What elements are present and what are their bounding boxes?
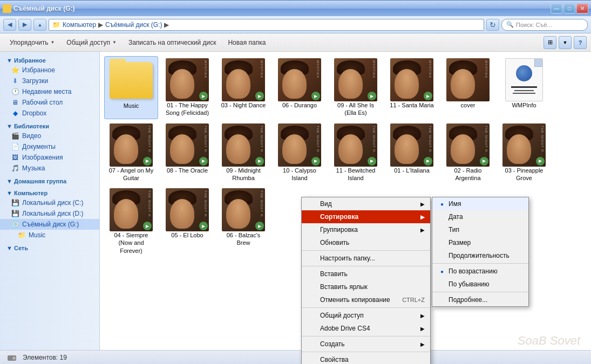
titlebar-title: Съёмный диск (G:) (13, 5, 75, 12)
track08-thumb: The Night R... ▶ (219, 123, 268, 167)
sidebar-header-libraries[interactable]: ▼ Библиотеки (0, 121, 99, 131)
share-button[interactable]: Общий доступ ▼ (61, 36, 122, 50)
sidebar-item-favorites[interactable]: ⭐ Избранное (0, 65, 99, 75)
track13-art: The Night R... ▶ (502, 123, 546, 167)
maximize-button[interactable]: □ (563, 4, 575, 13)
address-arrow-1: ▶ (98, 21, 103, 29)
file-item-track09[interactable]: The Night R... ▶ 10 - Calypso Island (273, 121, 327, 184)
play-overlay13: ▶ (536, 157, 545, 166)
file-item-track03[interactable]: MYSTIKA ▶ 06 - Durango (273, 56, 327, 119)
share-arrow: ▼ (112, 40, 117, 45)
file-item-track15[interactable]: The Night R... ▶ 05 - El Lobo (160, 186, 214, 257)
html-line1 (511, 86, 537, 88)
docs-icon: 📄 (11, 142, 19, 151)
back-button[interactable]: ◀ (3, 19, 16, 31)
file-item-track05[interactable]: MYSTIKA ▶ 11 - Santa Maria (385, 56, 439, 119)
sidebar-header-network[interactable]: ▼ Сеть (0, 243, 99, 252)
svg-point-2 (13, 358, 15, 359)
file-item-track10[interactable]: The Night R... ▶ 11 - Bewitched Island (329, 121, 383, 184)
play-overlay7: ▶ (199, 157, 208, 166)
file-item-track16[interactable]: The Night R... ▶ 06 - Balzac's Brew (216, 186, 270, 257)
sidebar-item-recent[interactable]: 🕐 Недавние места (0, 86, 99, 97)
file-label-track07: 08 - The Oracle (167, 167, 208, 174)
track11-art: The Night R... ▶ (390, 123, 433, 167)
organize-button[interactable]: Упорядочить ▼ (4, 36, 60, 50)
address-drive[interactable]: Съёмный диск (G:) (105, 21, 162, 29)
sidebar-item-drive-g[interactable]: 💿 Съёмный диск (G:) (0, 219, 99, 230)
file-label-track04: 09 - All She Is (Ella Es) (331, 101, 380, 117)
play-overlay11: ▶ (424, 157, 432, 166)
forward-button[interactable]: ▶ (18, 19, 31, 31)
sidebar-section-favorites: ▼ Избранное ⭐ Избранное ⬇ Загрузки 🕐 Нед… (0, 55, 99, 119)
file-item-track02[interactable]: MYSTIKA ▶ 03 - Night Dance (216, 56, 270, 119)
view-arrow[interactable]: ▼ (559, 36, 572, 49)
sidebar-item-downloads[interactable]: ⬇ Загрузки (0, 75, 99, 86)
music-icon: 🎵 (11, 164, 19, 173)
file-grid: Music MYSTIKA ▶ 01 - The Happy Song (Fel… (103, 55, 588, 258)
address-arrow-2: ▶ (164, 21, 169, 29)
file-item-track08[interactable]: The Night R... ▶ 09 - Midnight Rhumba (216, 121, 270, 184)
content-area[interactable]: Music MYSTIKA ▶ 01 - The Happy Song (Fel… (100, 52, 591, 350)
file-item-wmpinfo[interactable]: WMPInfo (497, 56, 551, 119)
sidebar-header-favorites[interactable]: ▼ Избранное (0, 55, 99, 65)
file-item-track06[interactable]: The Night R... ▶ 07 - Angel on My Guitar (104, 121, 158, 184)
drive-d-icon: 💾 (11, 209, 19, 218)
sidebar-item-drive-c[interactable]: 💾 Локальный диск (C:) (0, 197, 99, 208)
address-bar: ◀ ▶ ▲ 📁 Компьютер ▶ Съёмный диск (G:) ▶ … (0, 16, 591, 33)
view-button[interactable]: ⊞ (544, 36, 556, 49)
folder-thumbnail (107, 59, 155, 102)
drive-g-icon: 💿 (11, 220, 19, 229)
titlebar: Съёмный диск (G:) — □ ✕ (0, 0, 591, 16)
search-placeholder: Поиск: Съё... (516, 22, 552, 28)
file-label-track06: 07 - Angel on My Guitar (107, 167, 155, 182)
play-overlay2: ▶ (255, 92, 264, 100)
file-item-cover[interactable]: MYSTIKA cover (441, 56, 495, 119)
new-folder-button[interactable]: Новая папка (222, 36, 271, 50)
file-item-track04[interactable]: MYSTIKA ▶ 09 - All She Is (Ella Es) (329, 56, 383, 119)
sidebar-item-docs[interactable]: 📄 Документы (0, 141, 99, 152)
track13-thumb: The Night R... ▶ (500, 123, 548, 167)
sidebar-header-homegroup[interactable]: ▼ Домашняя группа (0, 176, 99, 186)
file-label-track16: 06 - Balzac's Brew (219, 231, 268, 247)
track05-thumb: MYSTIKA ▶ (388, 58, 436, 101)
search-box[interactable]: 🔍 Поиск: Съё... (501, 19, 588, 31)
play-overlay10: ▶ (368, 157, 376, 166)
track04-thumb: MYSTIKA ▶ (331, 58, 380, 101)
sidebar-item-video[interactable]: 🎬 Видео (0, 131, 99, 141)
file-item-track01[interactable]: MYSTIKA ▶ 01 - The Happy Song (Felicidad… (160, 56, 214, 119)
track10-art: The Night R... ▶ (334, 123, 377, 167)
address-path[interactable]: 📁 Компьютер ▶ Съёмный диск (G:) ▶ (49, 19, 484, 31)
sidebar-section-network: ▼ Сеть (0, 243, 99, 252)
sidebar-item-music-subfolder[interactable]: 📁 Music (0, 230, 99, 241)
play-overlay5: ▶ (424, 92, 432, 100)
play-overlay6: ▶ (143, 157, 152, 166)
file-item-track11[interactable]: The Night R... ▶ 01 - L'Italiana (385, 121, 439, 184)
track03-art: MYSTIKA ▶ (278, 58, 321, 101)
sidebar-item-images[interactable]: 🖼 Изображения (0, 152, 99, 163)
refresh-button[interactable]: ↻ (486, 19, 499, 31)
recent-icon: 🕐 (11, 87, 19, 96)
file-label-track08: 09 - Midnight Rhumba (219, 167, 268, 182)
help-button[interactable]: ? (574, 36, 587, 49)
sidebar-header-computer[interactable]: ▼ Компьютер (0, 188, 99, 197)
file-item-track12[interactable]: The Night R... ▶ 02 - Radio Argentina (441, 121, 495, 184)
file-label-track12: 02 - Radio Argentina (444, 167, 492, 182)
track16-thumb: The Night R... ▶ (219, 188, 268, 231)
statusbar: Элементов: 19 (0, 350, 591, 364)
address-computer[interactable]: Компьютер (63, 21, 96, 29)
sidebar-item-drive-d[interactable]: 💾 Локальный диск (D:) (0, 208, 99, 219)
sidebar-item-desktop[interactable]: 🖥 Рабочий стол (0, 97, 99, 108)
burn-button[interactable]: Записать на оптический диск (123, 36, 222, 50)
file-item-track14[interactable]: The Night R... ▶ 04 - Siempre (Now and F… (104, 186, 158, 257)
minimize-button[interactable]: — (551, 4, 562, 13)
file-item-track13[interactable]: The Night R... ▶ 03 - Pineapple Grove (497, 121, 551, 184)
dropbox-icon: ◆ (11, 109, 19, 118)
up-button[interactable]: ▲ (33, 19, 46, 31)
file-item-track07[interactable]: The Night R... ▶ 08 - The Oracle (160, 121, 214, 184)
close-button[interactable]: ✕ (576, 4, 588, 13)
file-item-music-folder[interactable]: Music (104, 56, 158, 119)
sidebar-item-dropbox[interactable]: ◆ Dropbox (0, 108, 99, 119)
sidebar-item-music[interactable]: 🎵 Музыка (0, 163, 99, 174)
track06-art: The Night R... ▶ (110, 123, 153, 167)
track09-art: The Night R... ▶ (278, 123, 321, 167)
